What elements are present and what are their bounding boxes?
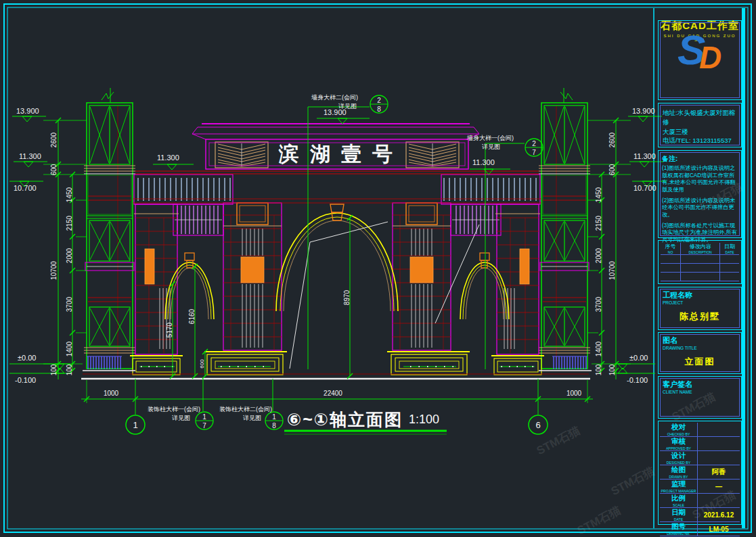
field-value <box>698 423 740 437</box>
field-label: 监理PROJECT MANAGER <box>660 480 698 494</box>
rev-header-zh: 序号 <box>665 243 676 250</box>
drawing-title-value: 立面图 <box>659 356 741 368</box>
address-box: 地址:水头银盛大厦对面榕修 大厦三楼 电话/TEL: 13123115537 <box>658 103 742 147</box>
dim-label: 10700 <box>608 261 616 280</box>
dim-label: 600 <box>608 164 616 176</box>
dim-label: 100 <box>66 365 73 376</box>
field-en: PROJECT MANAGER <box>661 489 696 493</box>
level-label: ±0.00 <box>629 354 648 362</box>
callout-text: 详见图 <box>338 102 357 111</box>
detail-bubble-number: 2 <box>532 140 536 147</box>
rev-header-date: 日期 DATE <box>720 243 739 255</box>
dim-label: 5170 <box>166 323 173 337</box>
field-en: APPROVED BY <box>666 446 691 450</box>
detail-bubble-number: 2 <box>377 97 381 104</box>
field-zh: 日期 <box>671 508 686 517</box>
dim-label: 600 <box>50 164 58 176</box>
axis-bubble-6: 6 <box>535 420 540 430</box>
level-label: 13.900 <box>16 107 39 115</box>
field-zh: 监理 <box>671 480 686 489</box>
drawing-title-box: 图名 DRAWING TITLE 立面图 <box>658 332 742 374</box>
rev-cell <box>681 273 720 281</box>
rev-header-no: 序号 NO <box>661 243 681 255</box>
rev-cell <box>661 273 681 281</box>
detail-bubble-number: 1 <box>202 413 206 421</box>
project-box: 工程名称 PROJECT 陈总别墅 <box>658 287 742 330</box>
field-label: 审核APPROVED BY <box>660 437 698 451</box>
rev-header-en: DESCRIPTION <box>689 250 712 254</box>
dim-label: 22400 <box>324 390 342 397</box>
field-en: SCALE <box>673 503 684 507</box>
field-value <box>698 451 740 465</box>
field-en: CHECKED BY <box>667 432 690 436</box>
dim-label: 3700 <box>66 297 73 312</box>
detail-bubble-number: 7 <box>202 422 206 429</box>
dim-label: 1450 <box>66 187 73 202</box>
rev-header-zh: 日期 <box>724 243 735 250</box>
dim-label: 1400 <box>595 342 602 356</box>
dim-label: 100 <box>595 365 602 376</box>
rev-header-zh: 修改内容 <box>690 243 711 250</box>
dim-label: 2150 <box>595 216 602 231</box>
level-label: 10.700 <box>14 184 37 192</box>
notes-title: 备注: <box>662 154 738 163</box>
dim-label: 2150 <box>66 216 73 231</box>
project-label-en: PROJECT <box>659 300 741 305</box>
logo-letter-d: D <box>699 40 721 74</box>
detail-bubble-number: 1 <box>272 413 276 421</box>
level-label: -0.100 <box>15 376 36 384</box>
rev-cell <box>681 255 720 264</box>
sheet-frame <box>4 4 751 532</box>
level-label: -0.100 <box>627 376 648 384</box>
drawing-title-label-zh: 图名 <box>659 333 741 346</box>
field-value: LM-05 <box>698 522 740 536</box>
callout-text: 详见图 <box>243 414 261 423</box>
dim-label: 100 <box>50 365 58 376</box>
cad-sheet: 13.900 11.300 10.700 ±0.00 -0.100 13.900… <box>0 0 756 537</box>
callout-text: 墙身大样二(会间) <box>311 93 358 102</box>
field-en: DESIGNED BY <box>667 461 690 465</box>
field-en: DRAWING No. <box>667 532 690 536</box>
address-line2: 大厦三楼 <box>663 127 737 137</box>
field-label: 比例SCALE <box>660 494 698 508</box>
dim-label: 8970 <box>343 290 351 305</box>
level-label: 11.300 <box>19 152 41 160</box>
level-label: 10.700 <box>633 184 657 192</box>
rev-header-en: NO <box>668 250 673 254</box>
view-scale: 1:100 <box>409 413 439 427</box>
rev-cell <box>661 264 681 273</box>
dim-label: 2600 <box>50 133 58 147</box>
field-value <box>698 437 740 451</box>
gate-right-half <box>387 142 544 375</box>
rev-cell <box>681 264 720 273</box>
dim-label: 1000 <box>104 390 118 397</box>
rev-header-en: DATE <box>726 250 734 254</box>
detail-bubble-number: 8 <box>377 106 381 113</box>
field-en: DRAWN BY <box>669 475 688 479</box>
glass-tower-right <box>539 88 590 369</box>
rev-cell <box>661 255 681 264</box>
field-value: 阿香 <box>698 465 740 480</box>
dim-label: 1450 <box>595 187 602 202</box>
dim-label: 2600 <box>608 133 616 147</box>
dim-label: 10700 <box>50 261 58 280</box>
axis-bubble-1: 1 <box>133 420 137 430</box>
project-label-zh: 工程名称 <box>659 287 741 300</box>
field-zh: 绘图 <box>671 465 686 475</box>
field-en: DATE <box>674 517 683 521</box>
gate-sign-text: 滨湖壹号 <box>279 141 403 168</box>
level-label: 13.900 <box>632 107 655 115</box>
rev-cell <box>720 264 739 273</box>
level-label: 11.300 <box>472 158 495 166</box>
dim-label: 2000 <box>66 248 73 263</box>
rev-cell <box>720 255 739 264</box>
field-zh: 审核 <box>671 437 686 446</box>
detail-bubble-number: 8 <box>272 422 276 429</box>
drawing-canvas[interactable] <box>0 0 756 537</box>
callout-text: 详见图 <box>172 414 190 423</box>
level-label: 11.300 <box>157 154 179 162</box>
rev-cell <box>720 273 739 281</box>
revision-table: 序号 NO 修改内容 DESCRIPTION 日期 DATE <box>658 240 742 284</box>
field-label: 校对CHECKED BY <box>660 423 698 437</box>
field-label: 绘图DRAWN BY <box>660 465 698 480</box>
